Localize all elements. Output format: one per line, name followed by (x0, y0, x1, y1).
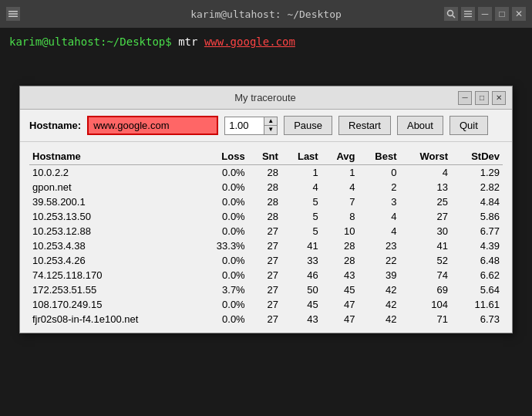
terminal-hamburger-btn[interactable] (461, 7, 475, 21)
cell-avg: 43 (322, 268, 359, 282)
cell-best: 42 (359, 312, 400, 326)
table-row: 10.253.13.50 0.0% 28 5 8 4 27 5.86 (29, 209, 503, 224)
mtr-wm-buttons: ─ □ ✕ (458, 91, 506, 105)
cell-snt: 28 (248, 180, 281, 194)
cell-worst: 71 (400, 312, 452, 326)
table-row: gpon.net 0.0% 28 4 4 2 13 2.82 (29, 180, 503, 194)
pause-button[interactable]: Pause (284, 116, 332, 135)
hostname-label: Hostname: (29, 120, 81, 131)
terminal-menu-icon[interactable] (6, 7, 20, 21)
table-row: 10.253.4.38 33.3% 27 41 28 23 41 4.39 (29, 238, 503, 253)
cell-best: 23 (359, 238, 400, 253)
terminal-minimize-btn[interactable]: ─ (478, 7, 492, 21)
cell-stdev: 6.73 (451, 312, 503, 326)
cell-worst: 41 (400, 238, 452, 253)
table-row: 10.0.2.2 0.0% 28 1 1 0 4 1.29 (29, 165, 503, 181)
cell-avg: 28 (322, 253, 359, 268)
cell-worst: 69 (400, 282, 452, 297)
cell-avg: 28 (322, 238, 359, 253)
col-avg: Avg (322, 148, 359, 165)
cell-avg: 8 (322, 209, 359, 224)
cell-last: 4 (281, 180, 322, 194)
cell-best: 4 (359, 209, 400, 224)
cell-worst: 52 (400, 253, 452, 268)
cell-stdev: 6.48 (451, 253, 503, 268)
cell-worst: 13 (400, 180, 452, 194)
cell-worst: 104 (400, 297, 452, 312)
terminal-maximize-btn[interactable]: □ (495, 7, 509, 21)
cell-snt: 27 (248, 253, 281, 268)
cell-stdev: 4.39 (451, 238, 503, 253)
cell-stdev: 2.82 (451, 180, 503, 194)
cell-worst: 27 (400, 209, 452, 224)
mtr-maximize-btn[interactable]: □ (475, 91, 489, 105)
terminal-search-btn[interactable] (444, 7, 458, 21)
cell-last: 5 (281, 209, 322, 224)
cell-snt: 28 (248, 165, 281, 181)
cell-worst: 74 (400, 268, 452, 282)
cell-avg: 10 (322, 224, 359, 238)
quit-button[interactable]: Quit (450, 116, 488, 135)
cell-loss: 0.0% (197, 180, 248, 194)
cell-best: 39 (359, 268, 400, 282)
terminal-title: karim@ultahost: ~/Desktop (190, 8, 342, 20)
restart-button[interactable]: Restart (338, 116, 391, 135)
cell-loss: 0.0% (197, 194, 248, 209)
cell-avg: 45 (322, 282, 359, 297)
terminal-close-btn[interactable]: ✕ (512, 7, 526, 21)
table-body: 10.0.2.2 0.0% 28 1 1 0 4 1.29 gpon.net 0… (29, 165, 503, 327)
cell-avg: 7 (322, 194, 359, 209)
svg-rect-5 (464, 11, 472, 12)
hostname-input[interactable] (87, 116, 218, 135)
cell-stdev: 6.62 (451, 268, 503, 282)
cell-loss: 33.3% (197, 238, 248, 253)
cell-worst: 4 (400, 165, 452, 181)
cell-snt: 27 (248, 282, 281, 297)
cell-hostname: fjr02s08-in-f4.1e100.net (29, 312, 197, 326)
col-snt: Snt (248, 148, 281, 165)
cell-hostname: 172.253.51.55 (29, 282, 197, 297)
terminal-argument: www.google.com (204, 36, 295, 48)
cell-loss: 0.0% (197, 297, 248, 312)
svg-rect-1 (8, 13, 18, 15)
cell-avg: 1 (322, 165, 359, 181)
cell-worst: 30 (400, 224, 452, 238)
col-last: Last (281, 148, 322, 165)
mtr-close-btn[interactable]: ✕ (492, 91, 506, 105)
svg-rect-2 (8, 16, 18, 18)
interval-spinners: ▲ ▼ (264, 117, 277, 134)
cell-best: 42 (359, 282, 400, 297)
interval-input[interactable] (225, 117, 264, 134)
interval-up-btn[interactable]: ▲ (264, 117, 277, 126)
cell-best: 3 (359, 194, 400, 209)
mtr-titlebar: My traceroute ─ □ ✕ (20, 86, 512, 110)
cell-last: 43 (281, 312, 322, 326)
table-row: fjr02s08-in-f4.1e100.net 0.0% 27 43 47 4… (29, 312, 503, 326)
svg-rect-0 (8, 11, 18, 12)
cell-last: 46 (281, 268, 322, 282)
table-row: 74.125.118.170 0.0% 27 46 43 39 74 6.62 (29, 268, 503, 282)
cell-snt: 27 (248, 268, 281, 282)
cell-avg: 4 (322, 180, 359, 194)
cell-last: 5 (281, 194, 322, 209)
cell-loss: 0.0% (197, 209, 248, 224)
cell-hostname: 74.125.118.170 (29, 268, 197, 282)
terminal-command: mtr (178, 36, 197, 48)
mtr-minimize-btn[interactable]: ─ (458, 91, 472, 105)
cell-snt: 28 (248, 194, 281, 209)
cell-last: 41 (281, 238, 322, 253)
cell-stdev: 5.86 (451, 209, 503, 224)
cell-loss: 0.0% (197, 268, 248, 282)
cell-hostname: 39.58.200.1 (29, 194, 197, 209)
cell-last: 50 (281, 282, 322, 297)
interval-down-btn[interactable]: ▼ (264, 126, 277, 134)
about-button[interactable]: About (397, 116, 443, 135)
table-row: 10.253.4.26 0.0% 27 33 28 22 52 6.48 (29, 253, 503, 268)
svg-line-4 (453, 15, 455, 18)
cell-snt: 28 (248, 209, 281, 224)
mtr-dialog: My traceroute ─ □ ✕ Hostname: ▲ ▼ Pause … (19, 86, 513, 333)
cell-loss: 0.0% (197, 312, 248, 326)
table-row: 108.170.249.15 0.0% 27 45 47 42 104 11.6… (29, 297, 503, 312)
cell-last: 33 (281, 253, 322, 268)
svg-point-3 (448, 11, 453, 16)
